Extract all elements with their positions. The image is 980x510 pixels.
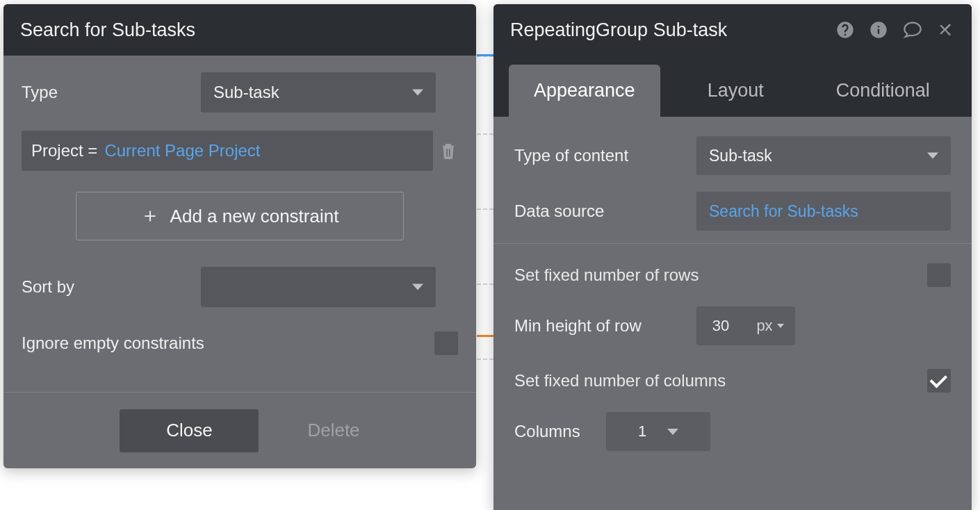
info-button[interactable] xyxy=(869,20,888,40)
header-icon-bar xyxy=(835,20,955,40)
speech-bubble-icon xyxy=(902,20,923,40)
type-of-content-value: Sub-task xyxy=(709,147,772,165)
unit-value: px xyxy=(756,317,772,335)
min-row-height-value[interactable]: 30 xyxy=(696,317,745,335)
chevron-down-icon xyxy=(412,284,423,290)
min-row-height-input[interactable]: 30 px xyxy=(696,306,795,345)
type-value: Sub-task xyxy=(213,83,279,102)
add-constraint-label: Add a new constraint xyxy=(170,206,339,227)
help-button[interactable] xyxy=(835,20,855,40)
constraint-expression[interactable]: Current Page Project xyxy=(104,141,260,161)
min-row-height-label: Min height of row xyxy=(514,316,696,336)
data-source-field[interactable]: Search for Sub-tasks xyxy=(696,192,951,231)
constraint-row[interactable]: Project = Current Page Project xyxy=(22,131,433,171)
close-button-label: Close xyxy=(166,420,212,441)
canvas-guides xyxy=(477,0,493,510)
delete-button[interactable]: Delete xyxy=(307,420,359,441)
delete-button-label: Delete xyxy=(307,420,359,441)
data-source-label: Data source xyxy=(514,201,696,221)
columns-select[interactable]: 1 xyxy=(606,412,710,451)
comment-button[interactable] xyxy=(902,20,923,40)
fixed-rows-checkbox[interactable] xyxy=(927,263,951,287)
fixed-rows-label: Set fixed number of rows xyxy=(514,265,699,285)
tab-label: Appearance xyxy=(534,80,635,101)
trash-icon xyxy=(441,142,456,160)
tab-layout[interactable]: Layout xyxy=(683,65,789,117)
panel-title-text: Search for Sub-tasks xyxy=(20,19,195,41)
plus-icon xyxy=(141,207,159,225)
data-source-value: Search for Sub-tasks xyxy=(709,202,858,221)
constraint-field: Project = xyxy=(31,141,97,161)
element-editor-panel: RepeatingGroup Sub-task Appearance Layou… xyxy=(493,4,972,510)
type-of-content-label: Type of content xyxy=(514,146,696,165)
sortby-label: Sort by xyxy=(22,277,201,297)
columns-label: Columns xyxy=(514,422,606,441)
search-subtasks-panel: Search for Sub-tasks Type Sub-task Proje… xyxy=(3,4,476,468)
close-button[interactable]: Close xyxy=(120,409,259,452)
chevron-down-icon xyxy=(927,153,938,159)
close-panel-button[interactable] xyxy=(937,21,955,39)
tab-appearance[interactable]: Appearance xyxy=(509,65,660,117)
ignore-empty-checkbox[interactable] xyxy=(434,331,458,355)
min-row-height-unit-select[interactable]: px xyxy=(745,317,795,335)
type-of-content-select[interactable]: Sub-task xyxy=(696,136,951,175)
panel-title-left: Search for Sub-tasks xyxy=(3,4,476,56)
element-title: RepeatingGroup Sub-task xyxy=(510,19,727,41)
info-icon xyxy=(869,20,888,40)
panel-header-right: RepeatingGroup Sub-task xyxy=(493,4,972,56)
delete-constraint-button[interactable] xyxy=(439,142,458,160)
close-icon xyxy=(937,21,955,39)
type-label: Type xyxy=(22,83,201,102)
add-constraint-button[interactable]: Add a new constraint xyxy=(76,192,404,240)
panel-footer-left: Close Delete xyxy=(3,392,476,468)
tab-label: Conditional xyxy=(836,80,930,101)
chevron-down-icon xyxy=(412,90,423,96)
chevron-down-icon xyxy=(667,429,678,435)
ignore-empty-label: Ignore empty constraints xyxy=(22,334,204,353)
help-icon xyxy=(835,20,855,40)
fixed-cols-checkbox[interactable] xyxy=(927,369,951,393)
section-divider xyxy=(493,243,972,244)
fixed-cols-label: Set fixed number of columns xyxy=(514,371,726,390)
tabs-bar: Appearance Layout Conditional xyxy=(493,56,972,117)
tab-conditional[interactable]: Conditional xyxy=(811,65,955,117)
columns-value: 1 xyxy=(638,422,646,441)
tab-label: Layout xyxy=(708,80,764,101)
sortby-select[interactable] xyxy=(201,267,436,307)
type-select[interactable]: Sub-task xyxy=(201,72,436,113)
chevron-down-icon xyxy=(777,324,784,328)
